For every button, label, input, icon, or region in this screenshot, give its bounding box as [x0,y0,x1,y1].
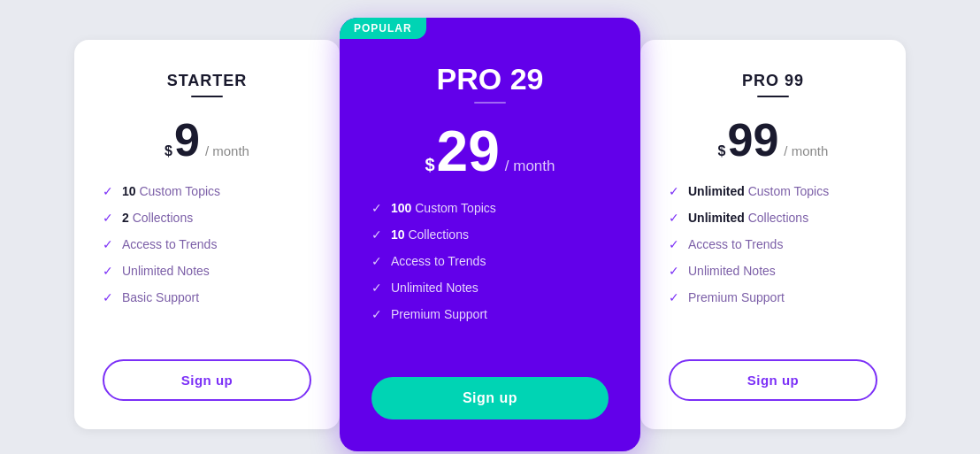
list-item: ✓ Unlimited Notes [103,264,311,278]
starter-price-row: $ 9 / month [165,117,249,163]
list-item: ✓ Access to Trends [103,237,311,251]
list-item: ✓ 10 Collections [371,227,609,242]
list-item: ✓ Unlimited Custom Topics [669,184,877,198]
check-icon: ✓ [103,211,113,225]
starter-card: STARTER $ 9 / month ✓ 10 Custom Topics ✓… [74,40,340,429]
pro29-period: / month [505,158,555,175]
check-icon: ✓ [371,254,382,268]
check-icon: ✓ [103,290,113,304]
starter-period: / month [205,143,249,158]
list-item: ✓ Premium Support [669,290,877,304]
pro99-currency: $ [718,143,726,159]
feature-text: Access to Trends [391,254,486,268]
feature-text: Unlimited Notes [122,264,210,278]
list-item: ✓ 10 Custom Topics [103,184,311,198]
pro29-title: PRO 29 [437,62,544,96]
feature-text: Access to Trends [688,237,783,251]
pro99-divider [757,96,789,97]
starter-currency: $ [165,143,172,159]
list-item: ✓ 100 Custom Topics [371,201,609,215]
list-item: ✓ Basic Support [103,290,311,304]
list-item: ✓ Access to Trends [371,254,609,268]
pro29-card: POPULAR PRO 29 $ 29 / month ✓ 100 Custom… [340,18,640,451]
feature-bold: 10 [122,184,136,198]
starter-title: STARTER [167,72,248,90]
check-icon: ✓ [371,227,382,242]
feature-text: Collections [405,227,469,242]
pro99-period: / month [784,143,828,158]
pro99-features: ✓ Unlimited Custom Topics ✓ Unlimited Co… [669,184,877,335]
feature-text: Custom Topics [745,184,829,198]
starter-features: ✓ 10 Custom Topics ✓ 2 Collections ✓ Acc… [103,184,311,335]
pro29-features: ✓ 100 Custom Topics ✓ 10 Collections ✓ A… [371,201,609,352]
popular-badge: POPULAR [340,18,426,39]
feature-text: Unlimited Notes [391,281,479,295]
pro29-currency: $ [425,155,434,175]
feature-text: Collections [745,211,808,225]
check-icon: ✓ [669,290,679,304]
feature-text: Collections [129,211,193,225]
pro29-price-row: $ 29 / month [425,123,555,180]
check-icon: ✓ [371,201,382,215]
pro99-amount: 99 [728,117,779,163]
feature-text: Premium Support [391,307,487,321]
feature-text: Basic Support [122,290,199,304]
pro99-card: PRO 99 $ 99 / month ✓ Unlimited Custom T… [640,40,906,429]
list-item: ✓ Unlimited Notes [371,281,609,295]
pro99-signup-button[interactable]: Sign up [669,359,877,401]
feature-bold: Unlimited [688,211,745,225]
pro99-price-row: $ 99 / month [718,117,829,163]
feature-bold: Unlimited [688,184,745,198]
list-item: ✓ Premium Support [371,307,609,321]
list-item: ✓ Unlimited Collections [669,211,877,225]
feature-text: Premium Support [688,290,785,304]
pro29-signup-button[interactable]: Sign up [371,377,609,419]
list-item: ✓ Access to Trends [669,237,877,251]
feature-text: Custom Topics [411,201,495,215]
pro29-amount: 29 [437,123,500,180]
pro99-title: PRO 99 [742,72,804,90]
check-icon: ✓ [669,184,679,198]
feature-bold: 2 [122,211,129,225]
starter-divider [191,96,223,97]
check-icon: ✓ [371,307,382,321]
starter-signup-button[interactable]: Sign up [103,359,311,401]
feature-text: Unlimited Notes [688,264,776,278]
check-icon: ✓ [371,281,382,295]
check-icon: ✓ [669,237,679,251]
list-item: ✓ Unlimited Notes [669,264,877,278]
check-icon: ✓ [103,184,113,198]
feature-text: Access to Trends [122,237,217,251]
feature-text: Custom Topics [136,184,220,198]
feature-bold: 10 [391,227,405,242]
check-icon: ✓ [669,211,679,225]
pricing-section: STARTER $ 9 / month ✓ 10 Custom Topics ✓… [48,0,932,454]
pro29-divider [474,102,506,104]
list-item: ✓ 2 Collections [103,211,311,225]
check-icon: ✓ [669,264,679,278]
check-icon: ✓ [103,264,113,278]
check-icon: ✓ [103,237,113,251]
starter-amount: 9 [174,117,200,163]
feature-bold: 100 [391,201,411,215]
